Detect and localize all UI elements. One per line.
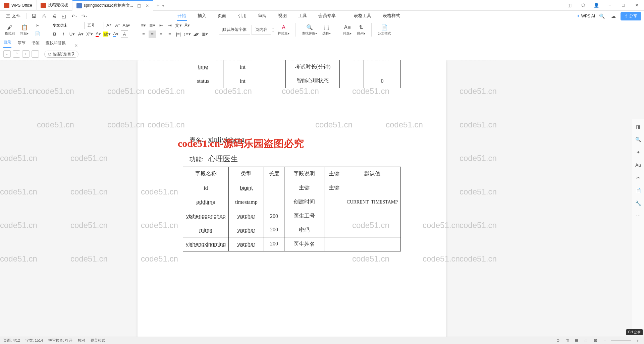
increase-font-icon[interactable]: A⁺: [105, 22, 113, 29]
paste-button[interactable]: 📋 粘贴▾: [19, 24, 30, 36]
font-color-icon[interactable]: A▾: [95, 31, 102, 38]
size-select[interactable]: [86, 22, 104, 29]
nav-tab-toc[interactable]: 目录: [3, 40, 11, 48]
preview-icon[interactable]: 🖨: [50, 12, 58, 20]
view-icon-5[interactable]: ⊡: [592, 338, 598, 344]
redo-icon[interactable]: ↷▾: [80, 12, 89, 20]
sidebar-more-icon[interactable]: ⋯: [634, 212, 642, 220]
sort-button[interactable]: ⇅ 排列▾: [356, 24, 367, 36]
cloud-icon[interactable]: ☁: [609, 12, 618, 20]
font-select[interactable]: [51, 22, 85, 29]
menu-tab-page[interactable]: 页面: [217, 11, 227, 21]
zoom-slider[interactable]: [611, 340, 631, 341]
decrease-font-icon[interactable]: A⁻: [114, 22, 121, 29]
style-down-icon[interactable]: ▾: [272, 30, 274, 33]
view-icon-3[interactable]: ▦: [574, 338, 580, 344]
app-tab-template[interactable]: 找稻壳模板: [37, 0, 72, 11]
strikethrough-icon[interactable]: A̶▾: [77, 31, 85, 38]
underline-icon[interactable]: U▾: [68, 31, 76, 38]
shading-icon[interactable]: A▾: [112, 31, 119, 38]
save-icon[interactable]: 🖫: [30, 12, 38, 20]
nav-close-icon[interactable]: ✕: [74, 43, 78, 48]
cut-icon[interactable]: ✂: [34, 22, 41, 30]
avatar-icon[interactable]: 👤: [592, 1, 601, 10]
decrease-indent-icon[interactable]: ⇤: [157, 22, 165, 29]
style-default[interactable]: 默认段落字体: [219, 25, 250, 35]
sidebar-toggle-icon[interactable]: ◨: [634, 123, 642, 131]
view-icon-1[interactable]: ⊙: [555, 338, 561, 344]
nav-remove-icon[interactable]: −: [32, 50, 39, 58]
style-up-icon[interactable]: ▴: [272, 27, 274, 30]
menu-tab-view[interactable]: 视图: [277, 11, 287, 21]
status-page[interactable]: 页面: 4/12: [3, 338, 20, 343]
zoom-out-icon[interactable]: −: [602, 338, 608, 344]
add-tab-button[interactable]: + ▾: [153, 2, 168, 8]
document-page[interactable]: time int 考试时长(分钟) status int 智能心理状态 0: [138, 60, 446, 337]
text-direction-icon[interactable]: 文▾: [175, 22, 182, 29]
print-icon[interactable]: ⎙: [40, 12, 48, 20]
find-replace-button[interactable]: 🔍 查找替换▾: [301, 24, 318, 36]
layout-icon[interactable]: ◫: [565, 1, 574, 10]
sidebar-ai-icon[interactable]: ✦: [634, 148, 642, 156]
sidebar-doc-icon[interactable]: 📄: [634, 186, 642, 194]
minimize-button[interactable]: −: [605, 1, 614, 10]
align-left-icon[interactable]: ≡: [140, 31, 147, 38]
view-icon-2[interactable]: ◫: [564, 338, 570, 344]
superscript-icon[interactable]: X²▾: [86, 31, 93, 38]
line-spacing-icon[interactable]: ↕≡▾: [183, 31, 191, 38]
search-icon[interactable]: 🔍: [598, 12, 606, 20]
align-distribute-icon[interactable]: Ā▾: [183, 22, 191, 29]
status-spellcheck[interactable]: 拼写检查: 打开: [48, 338, 72, 343]
menu-tab-insert[interactable]: 插入: [197, 11, 207, 21]
nav-add-icon[interactable]: +: [22, 50, 30, 58]
close-tab-icon[interactable]: ✕: [146, 3, 149, 8]
nav-tab-findreplace[interactable]: 查找和替换: [46, 40, 66, 48]
menu-tab-review[interactable]: 审阅: [257, 11, 267, 21]
nav-tab-chapter[interactable]: 章节: [17, 40, 25, 48]
menu-tab-tabletools[interactable]: 表格工具: [353, 11, 372, 21]
print2-icon[interactable]: ◱: [60, 12, 68, 20]
bullets-icon[interactable]: ≡▾: [140, 22, 147, 29]
arrange-button[interactable]: A≡ 排版▾: [342, 24, 353, 36]
distribute-icon[interactable]: |≡|: [175, 31, 182, 38]
share-button[interactable]: ⇪ 分享: [621, 12, 641, 20]
sidebar-tool-icon[interactable]: 🔧: [634, 199, 642, 207]
menu-tab-start[interactable]: 开始: [177, 11, 187, 21]
align-center-icon[interactable]: ≡: [149, 31, 156, 38]
menu-tab-tablestyle[interactable]: 表格样式: [382, 11, 401, 21]
sidebar-clip-icon[interactable]: ✂: [634, 174, 642, 182]
close-window-button[interactable]: ✕: [632, 1, 641, 10]
char-border-icon[interactable]: A: [121, 31, 128, 38]
align-right-icon[interactable]: ≡: [157, 31, 165, 38]
styles-set-button[interactable]: A 样式集▾: [276, 24, 291, 36]
style-page-content[interactable]: 页内容: [252, 25, 271, 35]
maximize-button[interactable]: □: [619, 1, 628, 10]
italic-icon[interactable]: I: [60, 31, 67, 38]
increase-indent-icon[interactable]: ⇥: [166, 22, 173, 29]
gov-mode-button[interactable]: 📄 公文模式: [376, 24, 392, 36]
bold-icon[interactable]: B: [51, 31, 58, 38]
nav-up-icon[interactable]: ⌃: [13, 50, 20, 58]
numbering-icon[interactable]: ≣▾: [149, 22, 156, 29]
status-overtype[interactable]: 覆盖模式: [91, 338, 105, 343]
wps-ai-button[interactable]: ✦ WPS AI: [577, 14, 595, 18]
align-justify-icon[interactable]: ≡: [166, 31, 173, 38]
view-icon-4[interactable]: □: [583, 338, 589, 344]
app-tab-wps[interactable]: WPS Office: [0, 0, 37, 11]
zoom-in-icon[interactable]: +: [635, 338, 641, 344]
nav-expand-icon[interactable]: ⌄: [3, 50, 11, 58]
file-menu[interactable]: 三 文件: [3, 12, 24, 20]
status-words[interactable]: 字数: 1514: [25, 338, 43, 343]
package-icon[interactable]: ⬡: [578, 1, 588, 10]
select-button[interactable]: ⬚ 选择▾: [321, 24, 332, 36]
menu-tab-reference[interactable]: 引用: [237, 11, 247, 21]
format-painter-button[interactable]: 🖌 格式刷: [3, 24, 16, 36]
sidebar-style-icon[interactable]: Aa: [634, 161, 642, 169]
borders-icon[interactable]: ▦▾: [201, 31, 208, 38]
sidebar-search-icon[interactable]: 🔍: [634, 135, 642, 144]
fill-color-icon[interactable]: ◢▾: [192, 31, 200, 38]
nav-tab-bookmark[interactable]: 书签: [32, 40, 40, 48]
change-case-icon[interactable]: Aa▾: [123, 22, 130, 29]
status-proofread[interactable]: 校对: [78, 338, 85, 343]
copy-icon[interactable]: 📄: [34, 30, 41, 38]
